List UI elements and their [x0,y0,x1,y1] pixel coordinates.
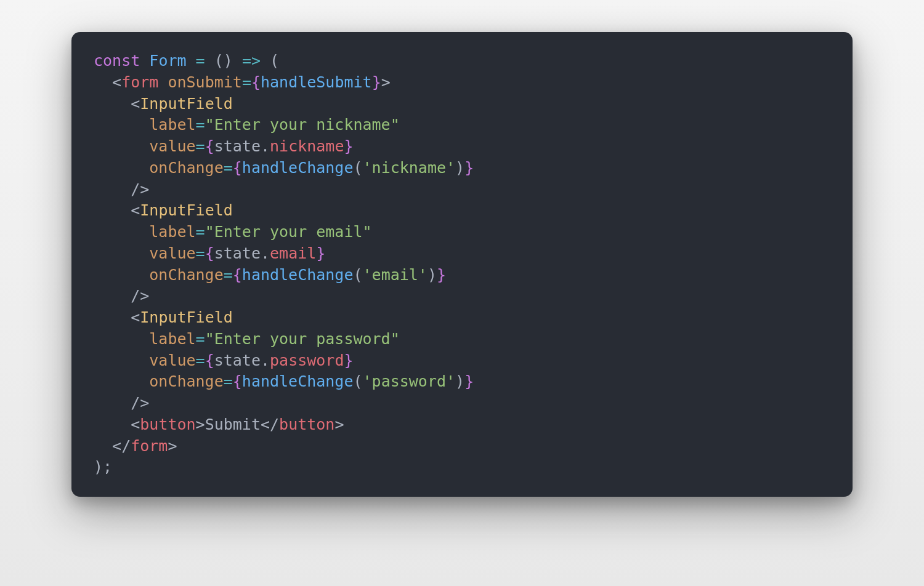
code-text: const Form = () => ( <form onSubmit={han… [94,52,474,476]
code-card: const Form = () => ( <form onSubmit={han… [71,32,853,497]
code-block[interactable]: const Form = () => ( <form onSubmit={han… [94,50,830,478]
